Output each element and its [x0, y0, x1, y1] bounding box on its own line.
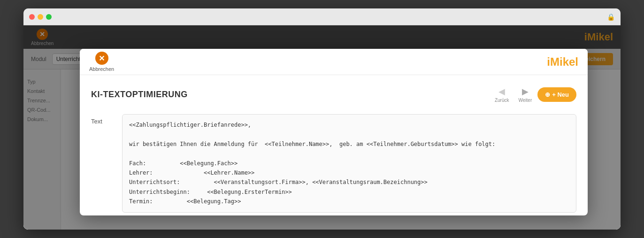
modal-cancel-icon: ✕: [95, 52, 108, 65]
new-label: + Neu: [552, 91, 569, 98]
lock-icon: 🔒: [607, 13, 615, 21]
app-window: 🔒 ✕ Abbrechen iMikel Modul Unterrichtsve…: [23, 8, 621, 230]
modal-dialog: ✕ Abbrechen iMikel KI-TEXTOPTIMIERUNG ◀ …: [80, 49, 588, 215]
text-area-container[interactable]: <<Zahlungspflichtiger.Briefanrede>>, wir…: [122, 114, 576, 213]
forward-arrow-icon: ▶: [522, 86, 529, 97]
text-field-row: Text <<Zahlungspflichtiger.Briefanrede>>…: [91, 114, 576, 213]
forward-label: Weiter: [519, 98, 532, 103]
new-plus-icon: ⊕: [545, 91, 550, 98]
forward-button[interactable]: ▶ Weiter: [515, 84, 536, 105]
back-arrow-icon: ◀: [498, 86, 505, 97]
modal-logo-prefix: i: [547, 55, 550, 68]
app-background: ✕ Abbrechen iMikel Modul Unterrichtsverw…: [23, 25, 621, 230]
modal-logo: iMikel: [547, 55, 578, 69]
close-button[interactable]: [29, 14, 35, 20]
modal-cancel-button[interactable]: ✕ Abbrechen: [89, 52, 114, 72]
modal-title: KI-TEXTOPTIMIERUNG: [91, 90, 188, 100]
back-label: Zurück: [495, 98, 509, 103]
text-content: <<Zahlungspflichtiger.Briefanrede>>, wir…: [129, 120, 569, 207]
modal-body: KI-TEXTOPTIMIERUNG ◀ Zurück ▶ Weiter ⊕ +: [80, 75, 588, 215]
back-button[interactable]: ◀ Zurück: [491, 84, 513, 105]
modal-header: ✕ Abbrechen iMikel: [80, 49, 588, 75]
minimize-button[interactable]: [38, 14, 43, 20]
modal-logo-suffix: Mikel: [550, 55, 578, 68]
title-bar: 🔒: [23, 8, 621, 25]
modal-cancel-label: Abbrechen: [89, 66, 114, 72]
maximize-button[interactable]: [46, 14, 52, 20]
new-button[interactable]: ⊕ + Neu: [537, 87, 576, 102]
modal-nav: ◀ Zurück ▶ Weiter ⊕ + Neu: [491, 84, 576, 105]
modal-title-row: KI-TEXTOPTIMIERUNG ◀ Zurück ▶ Weiter ⊕ +: [91, 84, 576, 105]
traffic-lights: [29, 14, 52, 20]
text-field-label: Text: [91, 114, 115, 125]
